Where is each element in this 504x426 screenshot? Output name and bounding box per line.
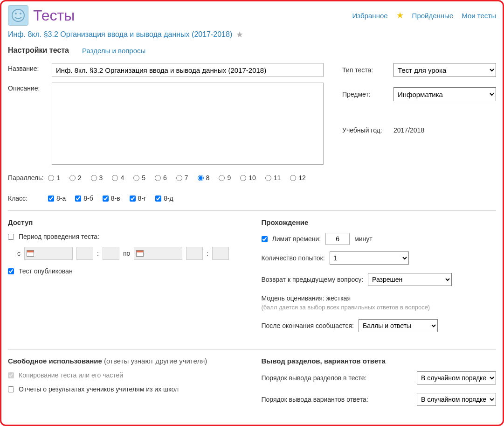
checkbox-class-label: 8-а <box>56 195 66 202</box>
checkbox-class-8-в[interactable]: 8-в <box>103 195 120 202</box>
select-subject[interactable]: Информатика <box>394 87 496 101</box>
radio-parallel-input-4[interactable] <box>112 175 118 181</box>
radio-parallel-input-9[interactable] <box>219 175 225 181</box>
radio-parallel-input-10[interactable] <box>240 175 246 181</box>
checkbox-class-8-д[interactable]: 8-д <box>155 195 173 202</box>
select-after-finish[interactable]: Баллы и ответы <box>359 319 438 332</box>
radio-parallel-label: 6 <box>163 174 167 182</box>
checkbox-class-input-8-в[interactable] <box>103 196 109 202</box>
svg-point-0 <box>12 9 24 21</box>
input-time-from-m[interactable] <box>103 247 119 260</box>
radio-parallel-label: 11 <box>274 174 281 182</box>
checkbox-class-input-8-д[interactable] <box>155 196 161 202</box>
checkbox-class-label: 8-в <box>111 195 120 202</box>
label-class: Класс: <box>8 195 44 202</box>
label-school-year: Учебный год: <box>342 126 388 134</box>
tab-sections[interactable]: Разделы и вопросы <box>82 47 145 55</box>
radio-parallel-label: 10 <box>249 174 256 182</box>
input-test-name[interactable] <box>52 63 324 77</box>
radio-parallel-label: 12 <box>298 174 306 182</box>
favorite-toggle-icon[interactable]: ★ <box>236 29 243 40</box>
radio-parallel-input-5[interactable] <box>133 175 139 181</box>
label-from: с <box>17 250 21 257</box>
label-grading-model: Модель оценивания: жесткая <box>262 294 497 302</box>
checkbox-class-label: 8-г <box>138 195 146 202</box>
checkbox-period[interactable] <box>8 234 14 240</box>
link-my-tests[interactable]: Мои тесты <box>462 12 496 20</box>
radio-parallel-6[interactable]: 6 <box>155 174 167 182</box>
label-sections-order: Порядок вывода разделов в тесте: <box>262 374 367 382</box>
heading-free-use: Свободное использование (ответы узнают д… <box>8 357 243 365</box>
checkbox-reports[interactable] <box>8 386 14 392</box>
breadcrumb: Инф. 8кл. §3.2 Организация ввода и вывод… <box>8 29 496 40</box>
label-reports: Отчеты о результатах учеников учителям и… <box>19 385 179 393</box>
label-after-finish: После окончания сообщается: <box>262 322 354 329</box>
radio-parallel-input-3[interactable] <box>91 175 97 181</box>
radio-parallel-input-6[interactable] <box>155 175 161 181</box>
input-date-to[interactable] <box>134 247 182 260</box>
radio-parallel-2[interactable]: 2 <box>69 174 82 182</box>
checkbox-published[interactable] <box>8 268 14 274</box>
checkbox-class-8-а[interactable]: 8-а <box>48 195 66 202</box>
heading-passing: Прохождение <box>262 218 497 226</box>
radio-parallel-input-8[interactable] <box>198 175 204 181</box>
radio-parallel-8[interactable]: 8 <box>198 174 210 182</box>
checkbox-time-limit[interactable] <box>262 236 268 242</box>
svg-point-1 <box>15 13 17 14</box>
heading-access: Доступ <box>8 218 243 226</box>
radio-parallel-input-12[interactable] <box>290 175 296 181</box>
radio-parallel-input-2[interactable] <box>69 175 76 181</box>
radio-parallel-1[interactable]: 1 <box>48 174 60 182</box>
label-attempts: Количество попыток: <box>262 254 325 262</box>
checkbox-class-input-8-б[interactable] <box>75 196 81 202</box>
checkbox-class-8-б[interactable]: 8-б <box>75 195 93 202</box>
label-copy: Копирование теста или его частей <box>19 371 123 379</box>
radio-parallel-3[interactable]: 3 <box>91 174 103 182</box>
radio-parallel-label: 3 <box>99 174 103 182</box>
link-favorites[interactable]: Избранное <box>352 12 388 20</box>
input-time-to-h[interactable] <box>186 247 203 260</box>
select-answers-order[interactable]: В случайном порядке <box>417 393 496 406</box>
input-date-from[interactable] <box>24 247 73 260</box>
radio-parallel-5[interactable]: 5 <box>133 174 145 182</box>
radio-parallel-7[interactable]: 7 <box>176 174 188 182</box>
radio-parallel-label: 5 <box>142 174 145 182</box>
label-back: Возврат к предыдущему вопросу: <box>262 276 364 283</box>
radio-parallel-10[interactable]: 10 <box>240 174 256 182</box>
radio-parallel-9[interactable]: 9 <box>219 174 231 182</box>
school-year-value: 2017/2018 <box>394 126 424 134</box>
star-icon: ★ <box>396 10 404 21</box>
label-answers-order: Порядок вывода вариантов ответа: <box>262 396 368 403</box>
select-sections-order[interactable]: В случайном порядке <box>417 371 496 384</box>
label-subject: Предмет: <box>342 91 388 98</box>
input-time-from-h[interactable] <box>76 247 93 260</box>
calendar-icon <box>27 250 34 257</box>
radio-parallel-4[interactable]: 4 <box>112 174 124 182</box>
link-passed[interactable]: Пройденные <box>412 12 454 20</box>
radio-parallel-label: 7 <box>185 174 188 182</box>
radio-parallel-input-11[interactable] <box>265 175 271 181</box>
checkbox-class-input-8-а[interactable] <box>48 196 54 202</box>
checkbox-class-8-г[interactable]: 8-г <box>130 195 146 202</box>
select-back[interactable]: Разрешен <box>368 273 452 286</box>
checkbox-class-input-8-г[interactable] <box>130 196 136 202</box>
label-name: Название: <box>8 63 44 72</box>
radio-parallel-label: 2 <box>78 174 82 182</box>
radio-parallel-input-1[interactable] <box>48 175 54 181</box>
breadcrumb-test-link[interactable]: Инф. 8кл. §3.2 Организация ввода и вывод… <box>8 30 232 39</box>
select-attempts[interactable]: 1 <box>330 251 409 265</box>
svg-point-2 <box>20 13 21 14</box>
radio-parallel-11[interactable]: 11 <box>265 174 281 182</box>
radio-parallel-label: 9 <box>227 174 231 182</box>
input-description[interactable] <box>52 83 324 165</box>
input-time-to-m[interactable] <box>212 247 229 260</box>
label-time-limit: Лимит времени: <box>272 235 321 243</box>
select-test-type[interactable]: Тест для урока <box>394 63 496 77</box>
label-published: Тест опубликован <box>19 267 73 275</box>
radio-parallel-12[interactable]: 12 <box>290 174 306 182</box>
heading-free-use-sub: (ответы узнают другие учителя) <box>104 357 207 365</box>
heading-output: Вывод разделов, вариантов ответа <box>262 357 497 365</box>
radio-parallel-input-7[interactable] <box>176 175 182 181</box>
input-time-limit[interactable] <box>325 233 350 245</box>
checkbox-copy <box>8 372 14 378</box>
